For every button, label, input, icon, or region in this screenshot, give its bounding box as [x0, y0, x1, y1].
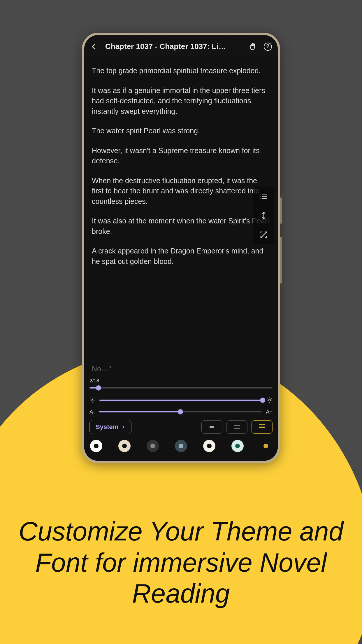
- theme-swatch-3[interactable]: [175, 440, 187, 452]
- hand-icon[interactable]: [249, 43, 257, 51]
- side-toolbar: [253, 187, 274, 244]
- faded-paragraph: No…": [89, 364, 273, 376]
- brightness-high-icon: [267, 397, 273, 403]
- font-larger-label: A+: [266, 409, 273, 415]
- progress-label: 2/18: [89, 378, 273, 384]
- brightness-slider[interactable]: [99, 397, 263, 404]
- theme-swatch-2[interactable]: [147, 440, 159, 452]
- svg-point-7: [92, 400, 93, 401]
- font-family-label: System: [96, 423, 118, 431]
- brightness-low-icon: [89, 397, 95, 403]
- phone-side-button: [280, 197, 282, 224]
- paragraph: It was as if a genuine immortal in the u…: [92, 85, 270, 117]
- svg-point-8: [269, 399, 271, 401]
- theme-swatch-6[interactable]: [260, 440, 272, 452]
- paragraph: The top grade primordial spiritual treas…: [92, 66, 270, 76]
- options-row: System: [89, 420, 273, 434]
- progress-slider[interactable]: [89, 384, 273, 391]
- align-short-icon: [208, 424, 215, 430]
- phone-frame: Chapter 1037 - Chapter 1037: Li… ? The t…: [82, 33, 280, 463]
- theme-row: [89, 440, 273, 452]
- fontsize-slider[interactable]: [99, 408, 262, 415]
- paragraph: The water spirit Pearl was strong.: [92, 126, 270, 136]
- svg-point-4: [261, 198, 261, 199]
- chapter-title: Chapter 1037 - Chapter 1037: Li…: [105, 42, 242, 51]
- back-arrow-icon[interactable]: [90, 43, 98, 51]
- chevron-right-icon: [121, 425, 125, 429]
- svg-point-0: [261, 194, 261, 195]
- paragraph: A crack appeared in the Dragon Emperor's…: [92, 246, 270, 267]
- bottom-panel: No…" 2/18: [84, 364, 278, 461]
- theme-swatch-4[interactable]: [203, 440, 215, 452]
- font-smaller-label: A-: [89, 409, 95, 415]
- reader-content: The top grade primordial spiritual treas…: [84, 57, 278, 279]
- theme-swatch-1[interactable]: [118, 440, 131, 452]
- align-left-button[interactable]: [226, 420, 247, 434]
- align-justify-icon: [259, 424, 266, 430]
- phone-screen: Chapter 1037 - Chapter 1037: Li… ? The t…: [84, 35, 278, 461]
- header-bar: Chapter 1037 - Chapter 1037: Li… ?: [84, 35, 278, 57]
- font-family-button[interactable]: System: [89, 420, 131, 434]
- phone-side-button-2: [280, 237, 282, 284]
- help-icon[interactable]: ?: [264, 43, 272, 51]
- progress-section: 2/18: [89, 378, 273, 391]
- fontsize-row: A- A+: [89, 408, 273, 415]
- expand-disabled-icon[interactable]: [259, 230, 268, 239]
- svg-line-6: [261, 232, 267, 238]
- brightness-row: [89, 397, 273, 404]
- theme-swatch-5[interactable]: [231, 440, 244, 452]
- align-center-button[interactable]: [201, 420, 222, 434]
- paragraph: It was also at the moment when the water…: [92, 216, 270, 237]
- align-lines-icon: [233, 424, 240, 430]
- toc-icon[interactable]: [259, 192, 268, 201]
- scroll-direction-icon[interactable]: [259, 211, 268, 220]
- promo-text: Customize Your Theme and Font for immers…: [17, 516, 345, 609]
- svg-point-2: [261, 196, 261, 197]
- paragraph: However, it wasn't a Supreme treasure kn…: [92, 146, 270, 166]
- paragraph: When the destructive fluctuation erupted…: [92, 176, 270, 207]
- align-justify-button[interactable]: [252, 420, 273, 434]
- theme-swatch-0[interactable]: [90, 440, 102, 452]
